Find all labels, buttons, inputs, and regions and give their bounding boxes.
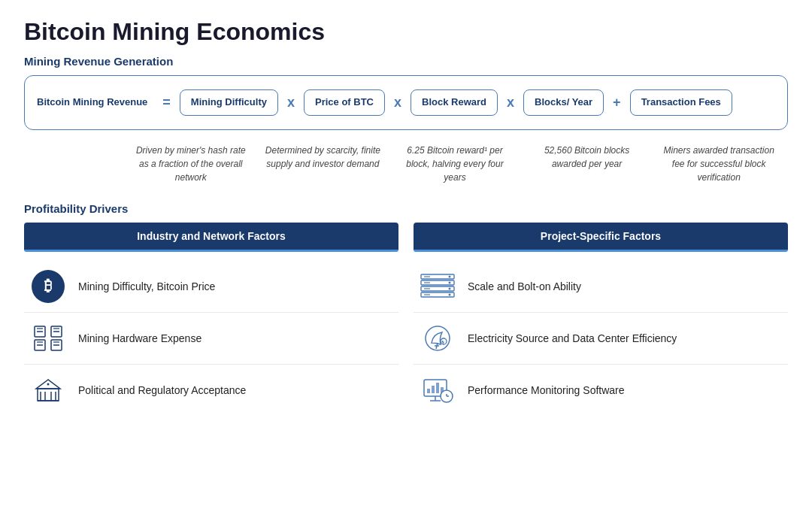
industry-item-3-text: Political and Regulatory Acceptance: [78, 384, 246, 396]
desc-3: 6.25 Bitcoin reward¹ per block, halving …: [389, 144, 521, 184]
industry-underline: [24, 250, 398, 252]
svg-rect-39: [436, 383, 439, 393]
formula-lhs: Bitcoin Mining Revenue: [37, 96, 147, 109]
industry-column: Industry and Network Factors ₿ Mining Di…: [24, 223, 398, 416]
formula-term-4: Blocks/ Year: [523, 89, 604, 116]
svg-point-30: [449, 287, 451, 289]
svg-point-19: [47, 383, 50, 385]
svg-point-29: [449, 281, 451, 283]
svg-point-28: [449, 275, 451, 277]
formula-op-1: x: [287, 95, 295, 111]
industry-header: Industry and Network Factors: [24, 223, 398, 250]
formula-bracket-4: Blocks/ Year: [523, 89, 604, 116]
industry-item-2-text: Mining Hardware Expense: [78, 332, 201, 344]
scale-icon: [420, 268, 456, 304]
svg-point-32: [426, 326, 450, 350]
svg-rect-38: [432, 386, 435, 393]
factors-grid: Industry and Network Factors ₿ Mining Di…: [24, 223, 788, 416]
monitoring-icon: [420, 372, 456, 408]
industry-item-1-text: Mining Difficulty, Bitcoin Price: [78, 280, 215, 292]
project-item-3: Performance Monitoring Software: [414, 365, 788, 416]
project-item-2: Electricity Source and Data Center Effic…: [414, 313, 788, 365]
formula-op-2: x: [394, 95, 401, 111]
desc-1: Driven by miner's hash rate as a fractio…: [125, 144, 257, 184]
formula-eq: =: [162, 95, 171, 111]
svg-rect-37: [427, 389, 430, 393]
hardware-icon: [30, 320, 66, 356]
formula-op-3: x: [507, 95, 514, 111]
section1-title: Mining Revenue Generation: [24, 55, 788, 68]
desc-4: 52,560 Bitcoin blocks awarded per year: [521, 144, 653, 184]
formula-term-5: Transaction Fees: [630, 89, 732, 116]
svg-point-31: [449, 293, 451, 295]
project-column: Project-Specific Factors: [414, 223, 788, 416]
formula-bracket-2: Price of BTC: [304, 89, 385, 116]
desc-5: Miners awarded transaction fee for succe…: [653, 144, 785, 184]
project-item-2-text: Electricity Source and Data Center Effic…: [468, 332, 677, 344]
electricity-icon: [420, 320, 456, 356]
formula-term-2: Price of BTC: [304, 89, 385, 116]
project-header: Project-Specific Factors: [414, 223, 788, 250]
industry-item-1: ₿ Mining Difficulty, Bitcoin Price: [24, 261, 398, 313]
desc-2: Determined by scarcity, finite supply an…: [257, 144, 389, 184]
description-row: Driven by miner's hash rate as a fractio…: [24, 144, 788, 184]
project-item-1-text: Scale and Bolt-on Ability: [468, 280, 581, 292]
industry-item-3: Political and Regulatory Acceptance: [24, 365, 398, 416]
formula-term-3: Block Reward: [411, 89, 498, 116]
formula-bracket-3: Block Reward: [411, 89, 498, 116]
project-item-1: Scale and Bolt-on Ability: [414, 261, 788, 313]
section2-title: Profitability Drivers: [24, 202, 788, 215]
formula-bracket-1: Mining Difficulty: [180, 89, 278, 116]
formula-bracket-5: Transaction Fees: [630, 89, 732, 116]
project-underline: [414, 250, 788, 252]
page-title: Bitcoin Mining Economics: [24, 18, 788, 46]
bitcoin-icon: ₿: [30, 268, 66, 304]
formula-term-1: Mining Difficulty: [180, 89, 278, 116]
project-item-3-text: Performance Monitoring Software: [468, 384, 625, 396]
formula-op-4: +: [613, 95, 621, 111]
industry-item-2: Mining Hardware Expense: [24, 313, 398, 365]
formula-box: Bitcoin Mining Revenue = Mining Difficul…: [24, 75, 788, 130]
building-icon: [30, 372, 66, 408]
svg-point-33: [441, 338, 447, 344]
